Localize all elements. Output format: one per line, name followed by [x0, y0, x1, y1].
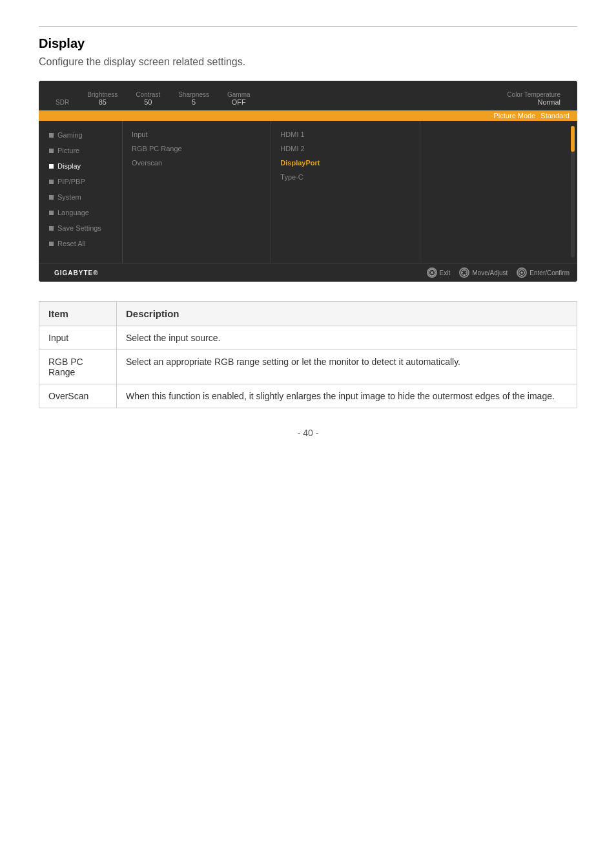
osd-tab-sdr[interactable]: SDR — [46, 95, 78, 110]
osd-tab-gamma[interactable]: Gamma OFF — [218, 87, 260, 110]
nav-dot-system — [49, 195, 54, 200]
osd-body: Gaming Picture Display PIP/PBP System La… — [39, 121, 577, 263]
nav-dot-language — [49, 211, 54, 215]
exit-control[interactable]: Exit — [427, 267, 451, 278]
osd-bottom-bar: GIGABYTE® Exit — [39, 263, 577, 282]
osd-nav-gaming[interactable]: Gaming — [39, 127, 122, 143]
osd-hdmi1-item[interactable]: HDMI 1 — [280, 127, 410, 141]
nav-dot-save — [49, 226, 54, 231]
page-subtitle: Configure the display screen related set… — [39, 56, 577, 68]
osd-main: Input RGB PC Range Overscan HDMI 1 HDMI … — [123, 121, 568, 263]
osd-col3 — [420, 121, 568, 263]
osd-tab-bar: SDR Brightness 85 Contrast 50 Sharpness … — [39, 81, 577, 110]
osd-sidebar: Gaming Picture Display PIP/PBP System La… — [39, 121, 123, 263]
exit-icon — [427, 267, 437, 278]
osd-nav-system[interactable]: System — [39, 189, 122, 205]
table-item-cell: RGB PC Range — [39, 350, 117, 384]
osd-nav-reset[interactable]: Reset All — [39, 236, 122, 251]
osd-input-item[interactable]: Input — [132, 127, 262, 141]
osd-tab-sharpness[interactable]: Sharpness 5 — [169, 87, 218, 110]
osd-rgb-item[interactable]: RGB PC Range — [132, 141, 262, 156]
picture-mode-bar: Picture Mode Standard — [39, 110, 577, 121]
table-description-cell: Select the input source. — [117, 326, 577, 350]
osd-tab-brightness[interactable]: Brightness 85 — [78, 87, 127, 110]
osd-nav-display[interactable]: Display — [39, 158, 122, 174]
table-item-cell: OverScan — [39, 384, 117, 408]
osd-nav-picture[interactable]: Picture — [39, 143, 122, 158]
table-col1-header: Item — [39, 302, 117, 326]
osd-logo: GIGABYTE® — [46, 269, 107, 277]
osd-tab-color-temp[interactable]: Color Temperature Normal — [498, 87, 570, 110]
table-col2-header: Description — [117, 302, 577, 326]
move-label: Move/Adjust — [472, 269, 508, 277]
nav-dot-gaming — [49, 133, 54, 138]
osd-container: SDR Brightness 85 Contrast 50 Sharpness … — [39, 81, 577, 282]
osd-scrollbar-thumb — [571, 126, 575, 152]
table-row: OverScanWhen this function is enabled, i… — [39, 384, 577, 408]
info-table: Item Description InputSelect the input s… — [39, 301, 577, 408]
move-control[interactable]: Move/Adjust — [459, 267, 508, 278]
osd-displayport-item[interactable]: DisplayPort — [280, 156, 410, 170]
osd-nav-pip[interactable]: PIP/PBP — [39, 174, 122, 189]
table-row: InputSelect the input source. — [39, 326, 577, 350]
osd-col1: Input RGB PC Range Overscan — [123, 121, 271, 263]
osd-hdmi2-item[interactable]: HDMI 2 — [280, 141, 410, 156]
picture-mode-value: Standard — [540, 112, 570, 120]
nav-dot-picture — [49, 149, 54, 153]
table-row: RGB PC RangeSelect an appropriate RGB ra… — [39, 350, 577, 384]
osd-typec-item[interactable]: Type-C — [280, 170, 410, 184]
table-description-cell: Select an appropriate RGB range setting … — [117, 350, 577, 384]
osd-tab-contrast[interactable]: Contrast 50 — [127, 87, 169, 110]
enter-icon — [517, 267, 527, 278]
move-icon — [459, 267, 469, 278]
enter-label: Enter/Confirm — [529, 269, 570, 277]
osd-nav-save[interactable]: Save Settings — [39, 220, 122, 236]
osd-nav-language[interactable]: Language — [39, 205, 122, 220]
osd-overscan-item[interactable]: Overscan — [132, 156, 262, 170]
nav-dot-display — [49, 164, 54, 169]
osd-scrollbar[interactable] — [571, 126, 575, 258]
osd-controls: Exit Move/Adjust — [427, 267, 570, 278]
exit-label: Exit — [440, 269, 451, 277]
table-item-cell: Input — [39, 326, 117, 350]
enter-control[interactable]: Enter/Confirm — [517, 267, 570, 278]
nav-dot-pip — [49, 180, 54, 184]
svg-point-9 — [521, 271, 523, 273]
table-description-cell: When this function is enabled, it slight… — [117, 384, 577, 408]
nav-dot-reset — [49, 242, 54, 246]
picture-mode-label: Picture Mode — [494, 112, 536, 120]
page-number: - 40 - — [39, 428, 577, 438]
page-title: Display — [39, 26, 577, 51]
osd-col2: HDMI 1 HDMI 2 DisplayPort Type-C — [271, 121, 420, 263]
